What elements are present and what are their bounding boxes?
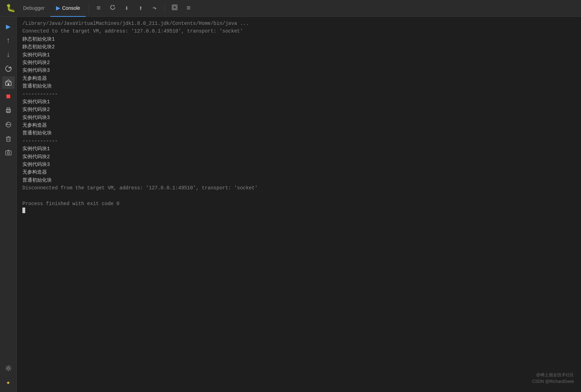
console-line-instance1c: 实例代码块1: [22, 145, 575, 153]
console-line-instance3b: 实例代码块3: [22, 114, 575, 121]
main-area: ▶ ↑ ↓ ■: [0, 17, 581, 392]
console-line-instance3c: 实例代码块3: [22, 161, 575, 168]
console-line-static1: 静态初始化块1: [22, 35, 575, 43]
app-logo: 🐛: [4, 2, 18, 15]
tab-debugger-label: Debugger: [23, 5, 45, 11]
settings-button[interactable]: [2, 362, 15, 374]
rerun-button[interactable]: [2, 62, 15, 75]
camera-button[interactable]: [2, 146, 15, 159]
console-line-sep2: ------------: [22, 137, 575, 145]
console-line-ordinary1b: 普通初始化块: [22, 129, 575, 137]
step-out-button[interactable]: ⬆: [134, 2, 147, 15]
toolbar: 🐛 Debugger ▶ Console ≡ ⬇ ⬆ ↷: [0, 0, 581, 17]
debug-button[interactable]: [2, 118, 15, 131]
console-line-connected: Connected to the target VM, address: '12…: [22, 27, 575, 35]
text-cursor: [22, 208, 25, 213]
run-cursor-icon: ↷: [153, 4, 157, 13]
tab-console[interactable]: ▶ Console: [50, 0, 86, 17]
console-line-sep1: ------------: [22, 90, 575, 98]
resume-button[interactable]: ▶: [2, 20, 15, 33]
frames-button[interactable]: [168, 2, 181, 15]
console-line-constructor1c: 无参构造器: [22, 168, 575, 176]
watermark: @稀土掘金技术社区 CSDN @RichardGeek: [532, 372, 574, 385]
tab-debugger[interactable]: Debugger: [18, 0, 50, 17]
console-line-disconnected: Disconnected from the target VM, address…: [22, 184, 575, 192]
console-line-instance1a: 实例代码块1: [22, 51, 575, 59]
toolbar-divider-1: [89, 3, 89, 14]
svg-point-17: [7, 152, 9, 154]
svg-rect-3: [8, 83, 9, 85]
console-line-instance2c: 实例代码块2: [22, 153, 575, 161]
menu-icon: ≡: [97, 4, 101, 12]
svg-rect-0: [172, 5, 177, 10]
step-into-button[interactable]: ⬇: [120, 2, 133, 15]
console-line-constructor1a: 无参构造器: [22, 75, 575, 82]
run-cursor-button[interactable]: ↷: [148, 2, 161, 15]
svg-rect-5: [7, 108, 10, 110]
svg-rect-1: [173, 6, 176, 9]
frames-icon: [172, 4, 178, 12]
console-line-static2: 静态初始化块2: [22, 43, 575, 51]
console-icon: ▶: [56, 5, 60, 11]
tab-console-label: Console: [62, 5, 80, 11]
console-area[interactable]: /Library/Java/JavaVirtualMachines/jdk1.8…: [17, 17, 581, 392]
step-down-button[interactable]: ↓: [2, 48, 15, 61]
pin-button[interactable]: ★: [2, 376, 15, 388]
watermark-line1: @稀土掘金技术社区: [532, 372, 574, 378]
console-line-instance1b: 实例代码块1: [22, 98, 575, 106]
console-line-instance2b: 实例代码块2: [22, 106, 575, 113]
step-up-button[interactable]: ↑: [2, 34, 15, 47]
toolbar-divider-2: [164, 3, 165, 14]
svg-point-18: [7, 367, 9, 369]
console-line-path: /Library/Java/JavaVirtualMachines/jdk1.8…: [22, 20, 575, 27]
svg-rect-6: [7, 111, 10, 113]
variables-icon: ≡: [187, 4, 191, 12]
step-out-icon: ⬆: [139, 4, 143, 13]
stop-button[interactable]: ■: [2, 90, 15, 103]
console-line-instance3a: 实例代码块3: [22, 66, 575, 74]
restore-button[interactable]: [2, 76, 15, 89]
sidebar: ▶ ↑ ↓ ■: [0, 17, 17, 392]
console-line-constructor1b: 无参构造器: [22, 121, 575, 129]
console-line-ordinary1c: 普通初始化块: [22, 176, 575, 184]
svg-rect-16: [6, 151, 11, 155]
step-into-icon: ⬇: [125, 4, 129, 13]
print-button[interactable]: [2, 104, 15, 117]
step-over-icon: [110, 4, 116, 12]
svg-rect-11: [7, 137, 10, 141]
step-over-button[interactable]: [106, 2, 119, 15]
console-line-exit: Process finished with exit code 0: [22, 200, 575, 208]
console-line-cursor: [22, 208, 575, 213]
svg-point-7: [9, 110, 10, 111]
console-line-ordinary1a: 普通初始化块: [22, 82, 575, 90]
menu-button[interactable]: ≡: [92, 2, 105, 15]
variables-button[interactable]: ≡: [182, 2, 195, 15]
console-line-blank: [22, 192, 575, 200]
delete-button[interactable]: [2, 132, 15, 145]
watermark-line2: CSDN @RichardGeek: [532, 378, 574, 385]
console-line-instance2a: 实例代码块2: [22, 59, 575, 66]
